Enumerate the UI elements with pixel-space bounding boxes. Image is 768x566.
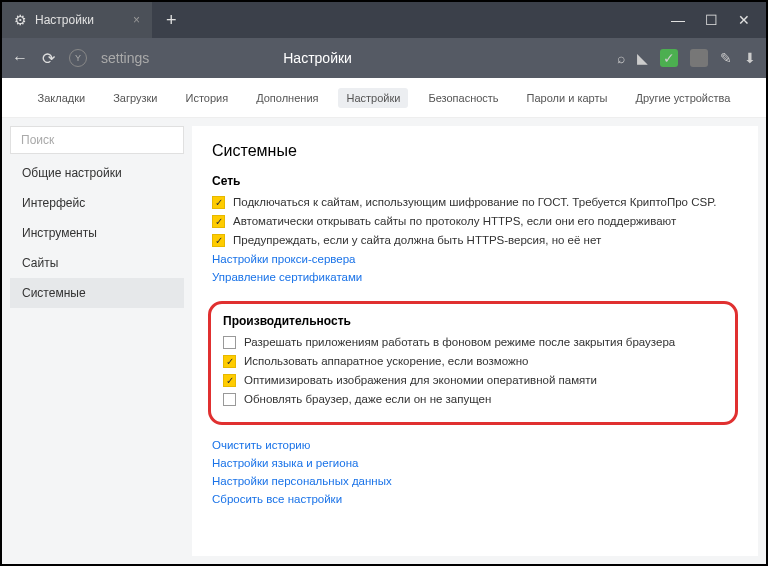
performance-title: Производительность <box>223 314 723 328</box>
reset-settings-link[interactable]: Сбросить все настройки <box>212 493 738 505</box>
topnav-settings[interactable]: Настройки <box>338 88 408 108</box>
network-row-0[interactable]: ✓ Подключаться к сайтам, использующим ши… <box>212 196 738 209</box>
network-row-2[interactable]: ✓ Предупреждать, если у сайта должна быт… <box>212 234 738 247</box>
window-controls: — ☐ ✕ <box>671 12 766 28</box>
checkbox-label: Подключаться к сайтам, использующим шифр… <box>233 196 717 208</box>
topnav-bookmarks[interactable]: Закладки <box>30 88 94 108</box>
reload-button[interactable]: ⟳ <box>42 49 55 68</box>
topnav-devices[interactable]: Другие устройства <box>627 88 738 108</box>
perf-row-1[interactable]: ✓ Использовать аппаратное ускорение, есл… <box>223 355 723 368</box>
titlebar: ⚙ Настройки × + — ☐ ✕ <box>2 2 766 38</box>
extension-icon[interactable] <box>690 49 708 67</box>
checkbox-icon[interactable]: ✓ <box>223 355 236 368</box>
close-window-button[interactable]: ✕ <box>738 12 750 28</box>
sidebar-item-general[interactable]: Общие настройки <box>10 158 184 188</box>
checkbox-icon[interactable]: ✓ <box>212 215 225 228</box>
download-icon[interactable]: ⬇ <box>744 50 756 66</box>
maximize-button[interactable]: ☐ <box>705 12 718 28</box>
gear-icon: ⚙ <box>14 12 27 28</box>
tab-title: Настройки <box>35 13 94 27</box>
lang-region-link[interactable]: Настройки языка и региона <box>212 457 738 469</box>
sidebar-item-interface[interactable]: Интерфейс <box>10 188 184 218</box>
personal-data-link[interactable]: Настройки персональных данных <box>212 475 738 487</box>
checkbox-label: Автоматически открывать сайты по протоко… <box>233 215 676 227</box>
network-title: Сеть <box>212 174 738 188</box>
browser-tab[interactable]: ⚙ Настройки × <box>2 2 152 38</box>
topnav-addons[interactable]: Дополнения <box>248 88 326 108</box>
main-heading: Системные <box>212 142 738 160</box>
checkbox-label: Обновлять браузер, даже если он не запущ… <box>244 393 491 405</box>
feather-icon[interactable]: ✎ <box>720 50 732 66</box>
perf-row-0[interactable]: Разрешать приложениям работать в фоновом… <box>223 336 723 349</box>
sidebar-item-tools[interactable]: Инструменты <box>10 218 184 248</box>
topnav-history[interactable]: История <box>178 88 237 108</box>
checkbox-icon[interactable]: ✓ <box>223 374 236 387</box>
shield-icon[interactable]: ✓ <box>660 49 678 67</box>
topnav-security[interactable]: Безопасность <box>420 88 506 108</box>
cert-link[interactable]: Управление сертификатами <box>212 271 738 283</box>
checkbox-label: Предупреждать, если у сайта должна быть … <box>233 234 601 246</box>
checkbox-label: Оптимизировать изображения для экономии … <box>244 374 597 386</box>
topnav-passwords[interactable]: Пароли и карты <box>519 88 616 108</box>
clear-history-link[interactable]: Очистить историю <box>212 439 738 451</box>
perf-row-2[interactable]: ✓ Оптимизировать изображения для экономи… <box>223 374 723 387</box>
page-title: Настройки <box>283 50 352 66</box>
checkbox-label: Использовать аппаратное ускорение, если … <box>244 355 528 367</box>
bookmark-icon[interactable]: ◣ <box>637 50 648 66</box>
topnav-downloads[interactable]: Загрузки <box>105 88 165 108</box>
tab-close-button[interactable]: × <box>133 13 140 27</box>
minimize-button[interactable]: — <box>671 12 685 28</box>
back-button[interactable]: ← <box>12 49 28 67</box>
address-bar: ← ⟳ Y settings Настройки ⌕ ◣ ✓ ✎ ⬇ <box>2 38 766 78</box>
settings-top-nav: Закладки Загрузки История Дополнения Нас… <box>2 78 766 118</box>
url-text[interactable]: settings <box>101 50 149 66</box>
checkbox-icon[interactable] <box>223 393 236 406</box>
proxy-link[interactable]: Настройки прокси-сервера <box>212 253 738 265</box>
performance-section-highlight: Производительность Разрешать приложениям… <box>208 301 738 425</box>
sidebar: Поиск Общие настройки Интерфейс Инструме… <box>2 118 192 564</box>
checkbox-label: Разрешать приложениям работать в фоновом… <box>244 336 675 348</box>
main-panel: Системные Сеть ✓ Подключаться к сайтам, … <box>192 126 758 556</box>
checkbox-icon[interactable]: ✓ <box>212 234 225 247</box>
checkbox-icon[interactable] <box>223 336 236 349</box>
content-area: Поиск Общие настройки Интерфейс Инструме… <box>2 118 766 564</box>
sidebar-item-system[interactable]: Системные <box>10 278 184 308</box>
search-icon[interactable]: ⌕ <box>617 50 625 66</box>
bottom-links: Очистить историю Настройки языка и регио… <box>212 439 738 505</box>
site-icon[interactable]: Y <box>69 49 87 67</box>
new-tab-button[interactable]: + <box>152 10 191 31</box>
perf-row-3[interactable]: Обновлять браузер, даже если он не запущ… <box>223 393 723 406</box>
sidebar-item-sites[interactable]: Сайты <box>10 248 184 278</box>
network-row-1[interactable]: ✓ Автоматически открывать сайты по прото… <box>212 215 738 228</box>
sidebar-search[interactable]: Поиск <box>10 126 184 154</box>
toolbar-right: ⌕ ◣ ✓ ✎ ⬇ <box>617 49 756 67</box>
checkbox-icon[interactable]: ✓ <box>212 196 225 209</box>
